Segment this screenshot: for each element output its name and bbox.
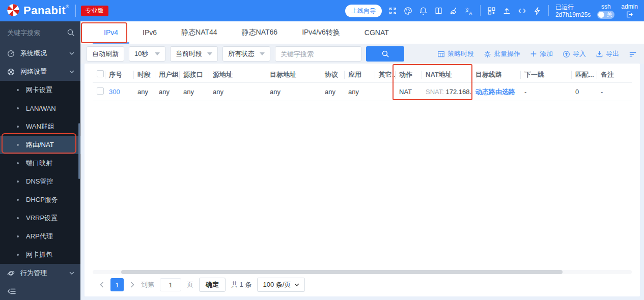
sidebar-item-route-nat[interactable]: 路由/NAT: [0, 136, 80, 154]
collapse-sidebar-button[interactable]: [0, 283, 80, 300]
logout-icon[interactable]: [626, 11, 633, 18]
sidebar: 系统概况 网络设置 网卡设置 LAN/WAN WAN群组 路由/NAT 端口映射…: [0, 21, 80, 300]
refresh-interval-select[interactable]: 10秒: [129, 46, 165, 62]
tab-static-nat66[interactable]: 静态NAT66: [230, 21, 290, 44]
status-filter-select[interactable]: 所有状态: [222, 46, 270, 62]
table-actions: 策略时段 批量操作 添加 导入 导出: [437, 49, 637, 58]
auto-refresh-button[interactable]: 自动刷新: [87, 46, 124, 62]
column-settings-icon[interactable]: [629, 50, 637, 58]
modules-grid-icon[interactable]: [487, 7, 496, 15]
code-console-icon[interactable]: [518, 7, 526, 15]
export-button[interactable]: 导出: [596, 49, 619, 58]
batch-operation-button[interactable]: 批量操作: [484, 49, 520, 58]
action-label: 添加: [540, 49, 553, 58]
uptime-value: 2d7h19m25s: [555, 11, 591, 18]
action-label: 导入: [573, 49, 586, 58]
col-header-match[interactable]: 匹配...: [571, 70, 597, 79]
cleanup-broom-icon[interactable]: [450, 7, 458, 15]
topbar-divider: [75, 5, 76, 17]
sidebar-item-label: 端口映射: [26, 159, 52, 168]
keyword-search-input[interactable]: [275, 46, 361, 62]
pagination: 1 到第 页 确定 共 1 条 100 条/页: [99, 278, 305, 292]
col-header-user-group[interactable]: 用户组: [155, 70, 179, 79]
col-header-dst-addr[interactable]: 目标地址: [266, 70, 321, 79]
row-checkbox[interactable]: [97, 87, 104, 95]
upgrade-icon[interactable]: [502, 7, 511, 15]
goto-page-label: 到第: [141, 280, 154, 289]
col-header-remark[interactable]: 备注: [597, 70, 627, 79]
select-value: 10秒: [134, 49, 148, 58]
page-size-select[interactable]: 100 条/页: [257, 278, 305, 292]
toggle-state-label: 关: [607, 12, 612, 18]
select-value: 所有状态: [228, 49, 255, 58]
select-all-checkbox[interactable]: [97, 70, 104, 77]
tab-ipv4[interactable]: IPv4: [92, 21, 130, 44]
sidebar-scrollbar[interactable]: [78, 123, 80, 179]
onboarding-wizard-button[interactable]: 上线向导: [345, 5, 382, 17]
brand-logo[interactable]: Panabit ®: [0, 3, 69, 18]
col-header-protocol[interactable]: 协议: [321, 70, 344, 79]
tab-ipv6[interactable]: IPv6: [130, 21, 169, 44]
gauge-icon: [7, 50, 15, 57]
col-header-period[interactable]: 时段: [133, 70, 155, 79]
import-button[interactable]: 导入: [563, 49, 586, 58]
sidebar-item-system-overview[interactable]: 系统概况: [0, 44, 80, 63]
theme-palette-icon[interactable]: [404, 7, 412, 15]
goto-page-input[interactable]: [160, 278, 181, 291]
edition-badge: 专业版: [81, 6, 108, 16]
sidebar-item-vrrp-settings[interactable]: VRRP设置: [0, 209, 80, 227]
col-header-src-addr[interactable]: 源地址: [209, 70, 266, 79]
col-header-src-if[interactable]: 源接口: [179, 70, 209, 79]
sidebar-item-network-settings[interactable]: 网络设置: [0, 63, 80, 81]
add-rule-button[interactable]: 添加: [530, 49, 553, 58]
tab-cgnat[interactable]: CGNAT: [352, 21, 401, 44]
col-header-next-hop[interactable]: 下一跳: [520, 70, 571, 79]
col-header-seq[interactable]: 序号: [105, 70, 133, 79]
caret-down-icon: [260, 52, 265, 55]
col-header-app[interactable]: 应用: [344, 70, 375, 79]
fullscreen-icon[interactable]: [388, 7, 397, 15]
sidebar-item-dhcp-service[interactable]: DHCP服务: [0, 191, 80, 209]
action-label: 策略时段: [447, 49, 474, 58]
col-header-dst-line[interactable]: 目标线路: [471, 70, 520, 79]
next-page-icon[interactable]: [129, 282, 135, 288]
time-period-select[interactable]: 当前时段: [170, 46, 218, 62]
sidebar-item-lan-wan[interactable]: LAN/WAN: [0, 99, 80, 117]
docs-book-icon[interactable]: [434, 7, 443, 15]
sidebar-item-behavior-management[interactable]: 行为管理: [0, 264, 80, 282]
rule-seq-link[interactable]: 300: [109, 88, 120, 96]
sidebar-item-port-mapping[interactable]: 端口映射: [0, 154, 80, 172]
horizontal-scrollbar-thumb[interactable]: [121, 270, 563, 274]
sidebar-item-label: 网卡设置: [26, 85, 52, 95]
cell-remark: -: [597, 88, 627, 96]
sidebar-item-dns-control[interactable]: DNS管控: [0, 172, 80, 191]
page-number-button[interactable]: 1: [110, 278, 124, 291]
confirm-page-button[interactable]: 确定: [199, 278, 226, 292]
horizontal-scrollbar-track: [93, 270, 632, 274]
language-translate-icon[interactable]: 文A: [465, 7, 473, 15]
bullet-icon: [17, 199, 19, 201]
diagnostics-bolt-icon[interactable]: [533, 7, 542, 15]
notifications-bell-icon[interactable]: [419, 7, 428, 15]
tab-ipv4-v6-convert[interactable]: IPv4/v6转换: [290, 21, 352, 44]
tab-static-nat44[interactable]: 静态NAT44: [169, 21, 230, 44]
sidebar-item-wan-group[interactable]: WAN群组: [0, 117, 80, 136]
toggle-knob: [598, 12, 604, 18]
sidebar-item-packet-capture[interactable]: 网卡抓包: [0, 246, 80, 264]
ssh-block: ssh 关: [597, 3, 614, 19]
col-header-nat-addr[interactable]: NAT地址: [422, 70, 471, 79]
cell-app: any: [344, 88, 375, 96]
ssh-toggle[interactable]: 关: [597, 11, 614, 19]
col-header-action[interactable]: 动作: [395, 70, 422, 79]
chevron-down-icon: [69, 51, 74, 56]
sidebar-item-nic-settings[interactable]: 网卡设置: [0, 81, 80, 99]
dst-line-link[interactable]: 动态路由选路: [475, 88, 515, 96]
search-icon[interactable]: [67, 28, 75, 37]
search-button[interactable]: [366, 46, 404, 62]
sidebar-item-label: DNS管控: [26, 177, 53, 186]
col-header-other[interactable]: 其它...: [375, 70, 395, 79]
sidebar-item-arp-proxy[interactable]: ARP代理: [0, 227, 80, 246]
policy-schedule-button[interactable]: 策略时段: [437, 49, 474, 58]
prev-page-icon[interactable]: [99, 282, 105, 288]
action-label: 导出: [606, 49, 619, 58]
